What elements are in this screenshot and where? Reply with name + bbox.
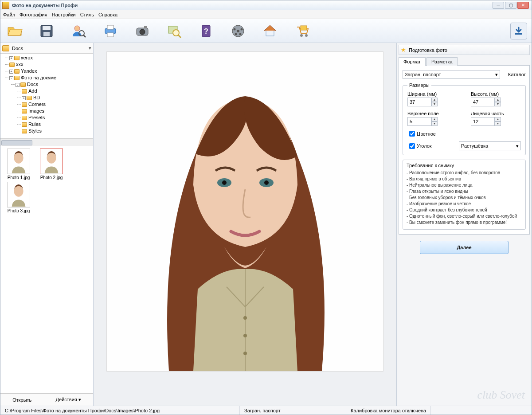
magnify-icon[interactable]	[164, 22, 184, 40]
user-zoom-icon[interactable]	[69, 22, 88, 40]
minimize-button[interactable]: ─	[493, 2, 504, 9]
requirement-item: Средний контраст без глубоких теней	[407, 207, 522, 213]
tree-item[interactable]: Styles	[22, 128, 93, 134]
folder-selector[interactable]: Docs ▾	[0, 43, 93, 54]
color-checkbox[interactable]	[409, 131, 415, 137]
toolbar: ?	[0, 19, 532, 43]
svg-point-3	[74, 26, 80, 31]
help-book-icon[interactable]: ?	[196, 22, 216, 40]
tree-item[interactable]: Corners	[22, 101, 93, 108]
shading-value: Растушёвка	[461, 143, 488, 149]
width-input[interactable]	[407, 98, 431, 106]
format-select[interactable]: Загран. паспорт ▾	[403, 70, 500, 79]
requirement-item: Взгляд прямо в объектив	[407, 176, 522, 182]
height-input[interactable]	[471, 98, 495, 106]
properties-panel: ★ Подготовка фото Формат Разметка Загран…	[396, 43, 532, 406]
home-icon[interactable]	[260, 22, 280, 40]
spin-up-icon[interactable]: ▲	[431, 117, 438, 121]
folder-tree[interactable]: +xeroxxxx+Yandex-Фото на докуме-DocsAdd+…	[0, 54, 93, 139]
maximize-button[interactable]: ▢	[505, 2, 516, 9]
spin-down-icon[interactable]: ▼	[495, 121, 501, 126]
tab-layout[interactable]: Разметка	[426, 57, 458, 66]
tree-item[interactable]: -DocsAdd+BDCornersImagesPresetsRulesStyl…	[16, 81, 93, 134]
folder-name: Docs	[12, 46, 89, 51]
tab-format[interactable]: Формат	[399, 57, 426, 66]
top-margin-input[interactable]	[407, 117, 431, 126]
tree-item[interactable]: +Yandex	[9, 68, 93, 74]
svg-point-20	[241, 28, 243, 30]
face-part-input[interactable]	[471, 117, 495, 126]
folder-icon	[2, 45, 9, 51]
menu-settings[interactable]: Настройки	[52, 12, 76, 17]
svg-rect-25	[301, 26, 307, 30]
thumb-label: Photo 3.jpg	[3, 208, 34, 213]
thumbnail-item[interactable]: Photo 2.jpg	[36, 149, 67, 180]
actions-button[interactable]: Действия ▾	[51, 395, 86, 404]
photo-canvas	[94, 43, 396, 406]
status-format: Загран. паспорт	[240, 406, 346, 415]
spin-up-icon[interactable]: ▲	[431, 98, 438, 102]
sizes-fieldset: Размеры Ширина (мм) ▲▼ Высота (мм) ▲▼ Ве…	[403, 82, 526, 155]
svg-rect-7	[107, 25, 113, 29]
print-icon[interactable]	[101, 22, 120, 40]
tree-item[interactable]: Rules	[22, 121, 93, 128]
thumbnail-item[interactable]: Photo 3.jpg	[3, 182, 34, 213]
open-folder-icon[interactable]	[5, 22, 24, 40]
video-icon[interactable]	[228, 22, 248, 40]
next-button[interactable]: Далее	[420, 241, 509, 254]
tree-item[interactable]: Add	[22, 88, 93, 94]
chevron-down-icon: ▾	[495, 72, 498, 78]
svg-point-22	[239, 33, 242, 35]
download-button[interactable]	[510, 23, 527, 39]
menu-photo[interactable]: Фотография	[20, 12, 47, 17]
tree-item[interactable]: +BD	[22, 94, 93, 101]
catalog-link[interactable]: Каталог	[508, 72, 526, 77]
requirement-item: Глаза открыты и ясно видны	[407, 188, 522, 195]
svg-rect-1	[43, 26, 51, 30]
svg-point-30	[47, 153, 56, 164]
requirement-item: Нейтральное выражение лица	[407, 182, 522, 188]
camera-icon[interactable]	[133, 22, 152, 40]
panel-heading: ★ Подготовка фото	[399, 45, 530, 55]
menu-style[interactable]: Стиль	[80, 12, 94, 17]
tree-item[interactable]: xxx	[9, 61, 93, 68]
tree-scrollbar[interactable]	[0, 139, 93, 146]
svg-line-14	[178, 35, 181, 38]
app-icon	[2, 2, 9, 9]
svg-point-40	[243, 352, 247, 355]
window-title: Фото на документы Профи	[12, 3, 493, 8]
svg-text:?: ?	[204, 27, 208, 35]
tree-item[interactable]: -Фото на докуме-DocsAdd+BDCornersImagesP…	[9, 74, 93, 134]
thumb-label: Photo 1.jpg	[3, 175, 34, 180]
open-button[interactable]: Открыть	[8, 396, 36, 404]
tree-item[interactable]: +xerox	[9, 55, 93, 61]
menubar: Файл Фотография Настройки Стиль Справка	[0, 10, 532, 19]
status-path: C:\Program Files\Фото на документы Профи…	[0, 406, 240, 415]
requirement-item: Без головных уборов и тёмных очков	[407, 195, 522, 201]
requirement-item: Изображение резкое и чёткое	[407, 201, 522, 207]
thumbnail-item[interactable]: Photo 1.jpg	[3, 149, 34, 180]
spin-down-icon[interactable]: ▼	[431, 121, 438, 126]
sidebar: Docs ▾ +xeroxxxx+Yandex-Фото на докуме-D…	[0, 43, 94, 406]
menu-file[interactable]: Файл	[3, 12, 15, 17]
spin-down-icon[interactable]: ▼	[431, 102, 438, 106]
svg-rect-8	[107, 33, 113, 37]
requirement-item: Вы сможете заменить фон прямо в программ…	[407, 219, 522, 226]
save-icon[interactable]	[37, 22, 56, 40]
cart-icon[interactable]	[292, 22, 312, 40]
close-button[interactable]: ✕	[517, 2, 529, 9]
shading-select[interactable]: Растушёвка ▾	[459, 141, 521, 150]
chevron-down-icon: ▾	[89, 45, 91, 51]
spin-up-icon[interactable]: ▲	[495, 98, 501, 102]
svg-rect-26	[515, 33, 522, 35]
tree-item[interactable]: Images	[22, 108, 93, 114]
sizes-legend: Размеры	[407, 82, 431, 88]
spin-down-icon[interactable]: ▼	[495, 102, 501, 106]
requirement-item: Однотонный фон, светло-серый или светло-…	[407, 213, 522, 219]
corner-checkbox[interactable]	[409, 143, 415, 149]
tree-item[interactable]: Presets	[22, 114, 93, 121]
spin-up-icon[interactable]: ▲	[495, 117, 501, 121]
svg-point-38	[243, 316, 247, 320]
main-photo[interactable]	[107, 52, 383, 371]
menu-help[interactable]: Справка	[98, 12, 117, 17]
